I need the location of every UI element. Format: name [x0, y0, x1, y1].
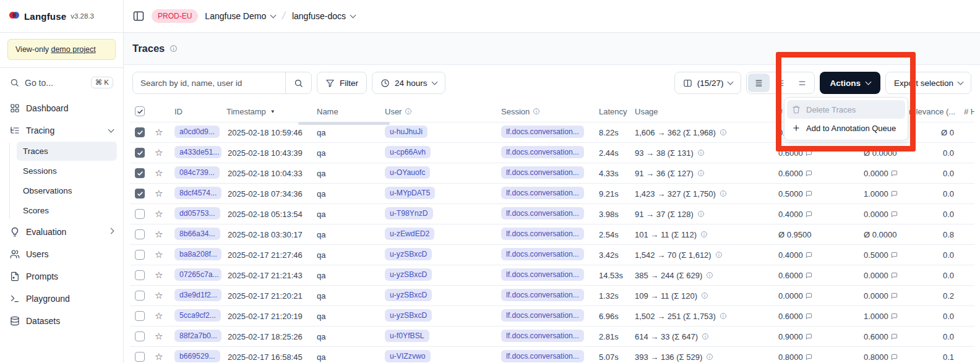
panel-left-icon[interactable] [132, 10, 145, 22]
user-badge[interactable]: u-OYauofc [385, 166, 430, 179]
actions-button[interactable]: Actions [820, 72, 880, 94]
star-icon[interactable]: ☆ [155, 290, 163, 301]
info-icon[interactable] [706, 271, 713, 279]
comment-icon[interactable] [806, 354, 812, 361]
info-icon[interactable] [701, 292, 708, 299]
table-row[interactable]: ☆ 88f2a7b0... 2025-02-17 18:25:26 qa u-f… [130, 327, 974, 347]
columns-button[interactable]: (15/27) [674, 72, 742, 94]
row-checkbox[interactable] [135, 168, 145, 178]
table-row[interactable]: ☆ ba8a208f... 2025-02-17 21:27:46 qa u-y… [130, 245, 974, 265]
info-icon[interactable] [720, 190, 727, 197]
session-badge[interactable]: lf.docs.conversation... [501, 289, 584, 301]
row-checkbox[interactable] [135, 352, 145, 362]
table-row[interactable]: ☆ a433de51... 2025-02-18 10:43:39 qa u-c… [130, 143, 974, 163]
trace-id-badge[interactable]: b669529... [174, 350, 220, 362]
info-icon[interactable] [700, 231, 708, 238]
session-badge[interactable]: lf.docs.conversation... [501, 350, 584, 362]
session-badge[interactable]: lf.docs.conversation... [501, 207, 584, 220]
demo-project-link[interactable]: demo project [51, 45, 95, 54]
time-range-button[interactable]: 24 hours [372, 72, 445, 94]
user-badge[interactable]: u-cp66Avh [385, 146, 431, 158]
row-checkbox[interactable] [135, 189, 145, 199]
comment-icon[interactable] [806, 333, 812, 340]
project-selector[interactable]: langfuse-docs [292, 11, 355, 21]
session-badge[interactable]: lf.docs.conversation... [501, 166, 584, 179]
table-row[interactable]: ☆ 8b66a34... 2025-02-18 03:30:17 qa u-zE… [130, 224, 974, 245]
session-badge[interactable]: lf.docs.conversation... [501, 228, 584, 240]
row-checkbox[interactable] [135, 229, 145, 239]
session-badge[interactable]: lf.docs.conversation... [501, 268, 584, 281]
info-icon[interactable] [170, 45, 178, 53]
sidebar-item-traces[interactable]: Traces [17, 142, 117, 161]
sidebar-item-dashboard[interactable]: Dashboard [0, 97, 123, 119]
user-badge[interactable]: u-yzSBxcD [385, 289, 432, 301]
trace-id-badge[interactable]: d3e9d1f2... [174, 289, 221, 301]
comment-icon[interactable] [806, 272, 812, 279]
trace-id-badge[interactable]: a0cd0d9... [174, 126, 220, 138]
header-name[interactable]: Name [317, 107, 385, 116]
star-icon[interactable]: ☆ [155, 249, 163, 260]
session-badge[interactable]: lf.docs.conversation... [501, 187, 584, 199]
table-row[interactable]: ☆ d3e9d1f2... 2025-02-17 21:20:21 qa u-y… [130, 286, 974, 306]
star-icon[interactable]: ☆ [155, 351, 163, 362]
user-badge[interactable]: u-yzSBxcD [385, 248, 432, 260]
row-height-tall-button[interactable] [791, 74, 813, 92]
comment-icon[interactable] [891, 293, 898, 299]
comment-icon[interactable] [891, 170, 898, 177]
star-icon[interactable]: ☆ [155, 127, 163, 137]
trace-id-badge[interactable]: 5cca9cf2... [174, 309, 221, 322]
info-icon[interactable] [720, 129, 727, 136]
session-badge[interactable]: lf.docs.conversation... [501, 248, 584, 260]
export-selection-button[interactable]: Export selection [885, 72, 971, 94]
header-timestamp[interactable]: Timestamp▼ [226, 107, 317, 116]
user-badge[interactable]: u-T98YnzD [385, 207, 433, 220]
star-icon[interactable]: ☆ [155, 168, 163, 178]
star-icon[interactable]: ☆ [155, 208, 163, 219]
user-badge[interactable]: u-MYpDAT5 [385, 187, 435, 199]
header-relevance[interactable]: relevance (... [905, 107, 964, 116]
row-height-medium-button[interactable] [770, 74, 791, 92]
user-badge[interactable]: u-f0YfBSL [385, 330, 429, 342]
user-badge[interactable]: u-yzSBxcD [385, 268, 432, 281]
trace-id-badge[interactable]: 07265c7a... [174, 268, 221, 281]
trace-id-badge[interactable]: 8dcf4574... [174, 187, 221, 199]
session-badge[interactable]: lf.docs.conversation... [501, 146, 584, 158]
row-checkbox[interactable] [135, 311, 145, 321]
comment-icon[interactable] [891, 190, 898, 197]
comment-icon[interactable] [891, 252, 898, 258]
table-row[interactable]: ☆ b669529... 2025-02-17 16:58:45 qa u-VI… [130, 347, 974, 363]
trace-id-badge[interactable]: 88f2a7b0... [174, 330, 221, 342]
comment-icon[interactable] [891, 354, 898, 361]
search-input[interactable] [133, 72, 285, 93]
info-icon[interactable] [720, 312, 727, 320]
comment-icon[interactable] [806, 252, 812, 258]
row-checkbox[interactable] [135, 270, 145, 280]
row-checkbox[interactable] [135, 127, 145, 137]
user-badge[interactable]: u-yzSBxcD [385, 309, 432, 322]
header-score-d[interactable]: # H [964, 107, 974, 116]
info-icon[interactable] [702, 333, 709, 340]
row-checkbox[interactable] [135, 209, 145, 219]
info-icon[interactable] [697, 149, 705, 156]
table-row[interactable]: ☆ 5cca9cf2... 2025-02-17 21:20:19 qa u-y… [130, 306, 974, 327]
star-icon[interactable]: ☆ [155, 229, 163, 239]
search-submit-button[interactable] [285, 72, 311, 93]
sidebar-item-scores[interactable]: Scores [17, 201, 117, 220]
sidebar-item-evaluation[interactable]: Evaluation [0, 221, 123, 243]
row-checkbox[interactable] [135, 148, 145, 158]
comment-icon[interactable] [806, 293, 812, 299]
user-badge[interactable]: u-VIZzvwo [385, 350, 431, 362]
header-latency[interactable]: Latency [599, 107, 635, 116]
comment-icon[interactable] [891, 333, 898, 340]
header-user[interactable]: User [385, 107, 501, 116]
comment-icon[interactable] [806, 170, 812, 177]
row-height-compact-button[interactable] [748, 74, 770, 92]
sidebar-item-observations[interactable]: Observations [17, 181, 117, 200]
user-badge[interactable]: u-zEwdED2 [385, 228, 434, 240]
table-row[interactable]: ☆ 084c739... 2025-02-18 10:04:33 qa u-OY… [130, 163, 974, 184]
info-icon[interactable] [697, 210, 705, 218]
row-checkbox[interactable] [135, 291, 145, 301]
filter-button[interactable]: Filter [317, 72, 367, 94]
session-badge[interactable]: lf.docs.conversation... [501, 126, 584, 138]
session-badge[interactable]: lf.docs.conversation... [501, 330, 584, 342]
